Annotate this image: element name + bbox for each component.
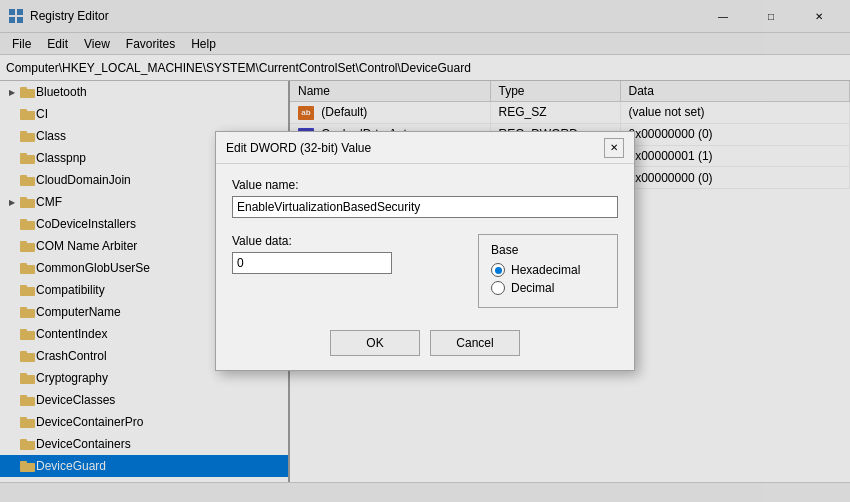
radio-dec-label: Decimal [511, 281, 554, 295]
radio-hexadecimal[interactable] [491, 263, 505, 277]
radio-decimal[interactable] [491, 281, 505, 295]
value-name-input[interactable] [232, 196, 618, 218]
base-label: Base [491, 243, 605, 257]
dialog-close-button[interactable]: ✕ [604, 138, 624, 158]
edit-dword-dialog: Edit DWORD (32-bit) Value ✕ Value name: … [215, 131, 635, 371]
ok-button[interactable]: OK [330, 330, 420, 356]
value-data-label: Value data: [232, 234, 466, 248]
cancel-button[interactable]: Cancel [430, 330, 520, 356]
base-group: Base Hexadecimal Decimal [478, 234, 618, 308]
dialog-footer: OK Cancel [216, 322, 634, 370]
dialog-row: Value data: Base Hexadecimal Decimal [232, 234, 618, 308]
value-data-input[interactable] [232, 252, 392, 274]
dialog-title: Edit DWORD (32-bit) Value [226, 141, 371, 155]
dialog-body: Value name: Value data: Base Hexadecimal… [216, 164, 634, 322]
dialog-overlay: Edit DWORD (32-bit) Value ✕ Value name: … [0, 0, 850, 502]
radio-row-dec[interactable]: Decimal [491, 281, 605, 295]
radio-hex-label: Hexadecimal [511, 263, 580, 277]
radio-row-hex[interactable]: Hexadecimal [491, 263, 605, 277]
value-name-label: Value name: [232, 178, 618, 192]
dialog-title-bar: Edit DWORD (32-bit) Value ✕ [216, 132, 634, 164]
data-section: Value data: [232, 234, 466, 308]
